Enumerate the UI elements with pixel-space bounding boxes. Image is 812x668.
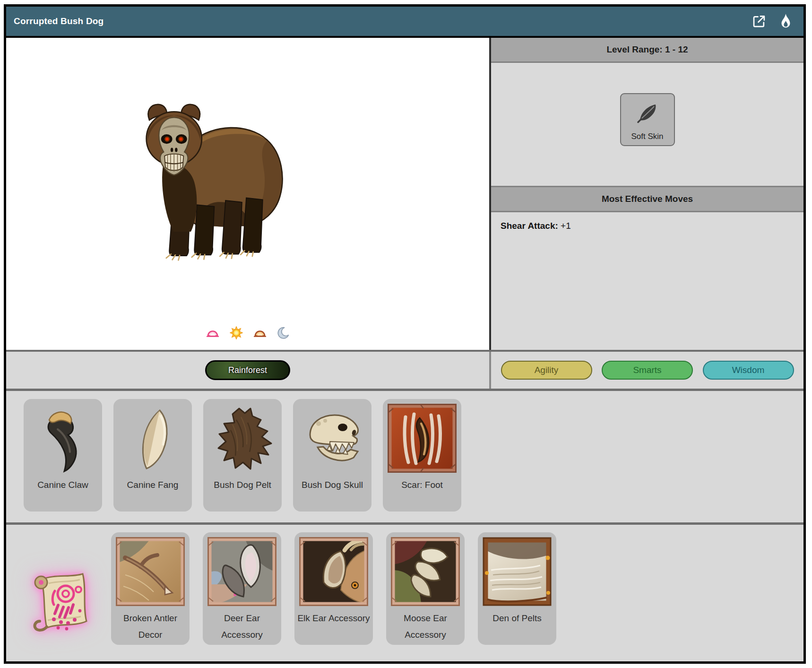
flame-icon[interactable] bbox=[779, 14, 792, 29]
drop-card-canine-claw[interactable]: Canine Claw bbox=[24, 399, 102, 512]
unlocks-section: Broken Antler Decor bbox=[6, 522, 803, 661]
scar-foot-icon bbox=[388, 404, 457, 473]
moves-header: Most Effective Moves bbox=[491, 186, 803, 212]
canine-claw-icon bbox=[28, 404, 97, 473]
stat-pill-label: Agility bbox=[535, 365, 559, 375]
drop-card-bush-dog-skull[interactable]: Bush Dog Skull bbox=[293, 399, 371, 512]
creature-info-window: Corrupted Bush Dog bbox=[4, 4, 806, 664]
creature-image-panel bbox=[6, 38, 489, 350]
item-label: Moose Ear Accessory bbox=[386, 610, 465, 643]
item-label: Canine Claw bbox=[35, 477, 90, 493]
page-title: Corrupted Bush Dog bbox=[14, 16, 104, 26]
item-label: Canine Fang bbox=[125, 477, 181, 493]
canine-fang-icon bbox=[118, 404, 187, 473]
bush-dog-skull-icon bbox=[298, 404, 367, 473]
night-icon bbox=[277, 327, 289, 339]
habitat-cell: Rainforest bbox=[6, 352, 489, 389]
stat-pill-agility[interactable]: Agility bbox=[501, 361, 592, 380]
unlock-card-den-of-pelts[interactable]: Den of Pelts bbox=[478, 532, 556, 645]
level-range-header: Level Range: 1 - 12 bbox=[491, 38, 803, 63]
window-titlebar: Corrupted Bush Dog bbox=[6, 7, 803, 38]
stat-pill-label: Wisdom bbox=[732, 365, 765, 375]
unlock-card-elk-ear-accessory[interactable]: Elk Ear Accessory bbox=[294, 532, 373, 645]
drop-card-bush-dog-pelt[interactable]: Bush Dog Pelt bbox=[203, 399, 282, 512]
stat-pill-label: Smarts bbox=[633, 365, 661, 375]
drops-section: Canine Claw Canine Fang bbox=[6, 389, 803, 522]
feather-icon bbox=[635, 101, 660, 124]
moose-ear-accessory-icon bbox=[391, 537, 460, 606]
dusk-icon bbox=[253, 328, 267, 338]
trait-soft-skin[interactable]: Soft Skin bbox=[620, 93, 675, 146]
titlebar-icons bbox=[752, 14, 792, 29]
item-label: Bush Dog Pelt bbox=[212, 477, 273, 493]
item-label: Den of Pelts bbox=[491, 610, 544, 626]
day-icon bbox=[230, 326, 243, 339]
habitat-rainforest-button[interactable]: Rainforest bbox=[205, 360, 290, 380]
elk-ear-accessory-icon bbox=[299, 537, 368, 606]
dawn-icon bbox=[206, 328, 219, 338]
item-label: Scar: Foot bbox=[399, 477, 445, 493]
unlock-card-deer-ear-accessory[interactable]: Deer Ear Accessory bbox=[203, 532, 281, 645]
stat-pill-smarts[interactable]: Smarts bbox=[602, 361, 693, 380]
item-label: Elk Ear Accessory bbox=[295, 610, 371, 626]
item-label: Bush Dog Skull bbox=[300, 477, 365, 493]
trait-body: Soft Skin bbox=[491, 63, 803, 186]
broken-antler-decor-icon bbox=[116, 537, 185, 606]
creature-artwork bbox=[133, 89, 289, 262]
stat-pill-wisdom[interactable]: Wisdom bbox=[703, 361, 794, 380]
bush-dog-pelt-icon bbox=[208, 404, 277, 473]
time-of-day-row bbox=[6, 326, 489, 339]
drop-card-scar-foot[interactable]: Scar: Foot bbox=[383, 399, 461, 512]
moves-body: Shear Attack: +1 bbox=[491, 212, 803, 350]
stats-panel: Level Range: 1 - 12 Soft Skin Most Effec… bbox=[489, 38, 803, 350]
main-row: Level Range: 1 - 12 Soft Skin Most Effec… bbox=[6, 38, 803, 350]
deer-ear-accessory-icon bbox=[207, 537, 276, 606]
trait-label: Soft Skin bbox=[631, 132, 663, 141]
open-external-icon[interactable] bbox=[752, 14, 766, 29]
move-name: Shear Attack: bbox=[501, 221, 558, 231]
stat-pills-cell: Agility Smarts Wisdom bbox=[489, 352, 803, 389]
habitat-row: Rainforest Agility Smarts Wisdom bbox=[6, 350, 803, 389]
move-value: +1 bbox=[561, 221, 571, 231]
habitat-label: Rainforest bbox=[228, 365, 267, 375]
rune-scroll-icon[interactable] bbox=[25, 567, 96, 635]
drop-card-canine-fang[interactable]: Canine Fang bbox=[113, 399, 192, 512]
unlock-card-moose-ear-accessory[interactable]: Moose Ear Accessory bbox=[386, 532, 465, 645]
unlock-card-broken-antler-decor[interactable]: Broken Antler Decor bbox=[111, 532, 190, 645]
item-label: Broken Antler Decor bbox=[111, 610, 190, 643]
den-of-pelts-icon bbox=[483, 537, 552, 606]
item-label: Deer Ear Accessory bbox=[203, 610, 281, 643]
